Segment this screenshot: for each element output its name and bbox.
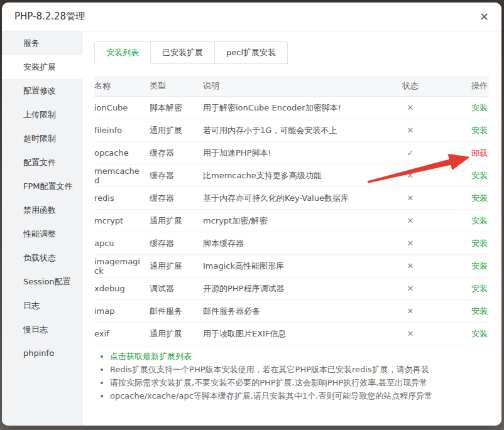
extension-type: 调试器 bbox=[150, 283, 203, 294]
install-button[interactable]: 安装 bbox=[471, 306, 488, 316]
table-row: memcached缓存器比memcache支持更多高级功能✕安装 bbox=[94, 164, 489, 187]
not-installed-x-icon: ✕ bbox=[407, 126, 414, 135]
table-row: imagemagick通用扩展Imagick高性能图形库✕安装 bbox=[94, 255, 489, 277]
table-row: exif通用扩展用于读取图片EXIF信息✕安装 bbox=[94, 323, 489, 345]
tab[interactable]: 已安装扩展 bbox=[151, 41, 215, 64]
installed-check-icon: ✓ bbox=[407, 148, 414, 158]
sidebar: 服务安装扩展配置修改上传限制超时限制配置文件FPM配置文件禁用函数性能调整负载状… bbox=[2, 31, 83, 426]
content-area: 安装列表已安装扩展pecl扩展安装 名称 类型 说明 状态 操作 ionCube… bbox=[83, 31, 501, 426]
install-button[interactable]: 安装 bbox=[471, 126, 488, 135]
extension-type: 缓存器 bbox=[150, 238, 203, 249]
table-row: xdebug调试器开源的PHP程序调试器✕安装 bbox=[94, 277, 489, 300]
extension-description: 用于读取图片EXIF信息 bbox=[203, 328, 373, 340]
extension-name: imap bbox=[94, 306, 150, 316]
not-installed-x-icon: ✕ bbox=[407, 171, 414, 180]
install-button[interactable]: 安装 bbox=[471, 193, 488, 203]
extension-type: 邮件服务 bbox=[150, 306, 203, 317]
extension-type: 通用扩展 bbox=[150, 328, 203, 340]
note-item: opcache/xcache/apc等脚本缓存扩展,请只安装其中1个,否则可能导… bbox=[110, 389, 489, 402]
sidebar-item[interactable]: 日志 bbox=[2, 294, 83, 318]
sidebar-item[interactable]: 安装扩展 bbox=[2, 55, 83, 79]
sidebar-item[interactable]: 禁用函数 bbox=[2, 198, 83, 222]
extension-name: ionCube bbox=[94, 103, 150, 112]
sidebar-item[interactable]: 上传限制 bbox=[2, 103, 83, 127]
extension-description: 比memcache支持更多高级功能 bbox=[203, 170, 373, 181]
refresh-extension-list-link[interactable]: 点击获取最新扩展列表 bbox=[110, 350, 489, 363]
install-button[interactable]: 安装 bbox=[471, 284, 488, 293]
table-header-row: 名称 类型 说明 状态 操作 bbox=[94, 76, 489, 97]
extension-type: 通用扩展 bbox=[150, 261, 203, 272]
sidebar-item[interactable]: 负载状态 bbox=[2, 246, 83, 270]
extension-type: 缓存器 bbox=[150, 193, 203, 204]
extension-name: exif bbox=[94, 329, 150, 338]
notes-list: 点击获取最新扩展列表Redis扩展仅支持一个PHP版本安装使用，若在其它PHP版… bbox=[94, 350, 489, 402]
extension-name: xdebug bbox=[94, 284, 150, 293]
table-body: ionCube脚本解密用于解密ionCube Encoder加密脚本!✕安装fi… bbox=[94, 97, 489, 345]
column-header-status: 状态 bbox=[373, 80, 447, 92]
extension-description: 用于解密ionCube Encoder加密脚本! bbox=[203, 102, 373, 114]
extension-description: 用于加速PHP脚本! bbox=[203, 148, 373, 159]
extension-name: opcache bbox=[94, 148, 150, 158]
extension-name: imagemagick bbox=[94, 257, 150, 276]
sidebar-item[interactable]: 性能调整 bbox=[2, 222, 83, 246]
extension-type: 通用扩展 bbox=[150, 215, 203, 227]
column-header-type: 类型 bbox=[150, 80, 203, 92]
sidebar-item[interactable]: 配置文件 bbox=[2, 151, 83, 175]
column-header-action: 操作 bbox=[447, 80, 489, 92]
install-button[interactable]: 安装 bbox=[471, 329, 488, 338]
extension-type: 缓存器 bbox=[150, 170, 203, 181]
table-row: ionCube脚本解密用于解密ionCube Encoder加密脚本!✕安装 bbox=[94, 97, 489, 119]
sidebar-item[interactable]: 配置修改 bbox=[2, 79, 83, 103]
install-button[interactable]: 安装 bbox=[471, 216, 488, 225]
status-cell: ✕ bbox=[373, 239, 447, 248]
action-cell: 安装 bbox=[447, 193, 489, 204]
table-row: redis缓存器基于内存亦可持久化的Key-Value数据库✕安装 bbox=[94, 187, 489, 210]
install-button[interactable]: 安装 bbox=[471, 261, 488, 271]
table-row: opcache缓存器用于加速PHP脚本!✓卸载 bbox=[94, 142, 489, 164]
not-installed-x-icon: ✕ bbox=[407, 103, 414, 112]
status-cell: ✕ bbox=[373, 329, 447, 338]
not-installed-x-icon: ✕ bbox=[407, 261, 414, 271]
dialog-titlebar: PHP-8.2.28管理 ✕ bbox=[2, 3, 501, 31]
php-manage-dialog: PHP-8.2.28管理 ✕ 服务安装扩展配置修改上传限制超时限制配置文件FPM… bbox=[2, 3, 501, 426]
action-cell: 安装 bbox=[447, 283, 489, 294]
extension-name: mcrypt bbox=[94, 216, 150, 225]
dialog-body: 服务安装扩展配置修改上传限制超时限制配置文件FPM配置文件禁用函数性能调整负载状… bbox=[2, 31, 501, 426]
status-cell: ✕ bbox=[373, 103, 447, 112]
status-cell: ✕ bbox=[373, 261, 447, 271]
action-cell: 安装 bbox=[447, 306, 489, 317]
extension-description: mcrypt加密/解密 bbox=[203, 215, 373, 227]
install-button[interactable]: 安装 bbox=[471, 171, 488, 180]
action-cell: 卸载 bbox=[447, 148, 489, 159]
status-cell: ✕ bbox=[373, 306, 447, 316]
table-row: imap邮件服务邮件服务器必备✕安装 bbox=[94, 300, 489, 323]
not-installed-x-icon: ✕ bbox=[407, 239, 414, 248]
sidebar-item[interactable]: Session配置 bbox=[2, 270, 83, 294]
extension-type: 通用扩展 bbox=[150, 125, 203, 136]
action-cell: 安装 bbox=[447, 125, 489, 136]
sidebar-item[interactable]: phpinfo bbox=[2, 341, 83, 365]
tab[interactable]: 安装列表 bbox=[94, 41, 151, 64]
extension-description: 若可用内存小于1G，可能会安装不上 bbox=[203, 125, 373, 136]
status-cell: ✕ bbox=[373, 126, 447, 135]
close-icon[interactable]: ✕ bbox=[479, 11, 489, 23]
install-button[interactable]: 安装 bbox=[471, 103, 488, 112]
column-header-desc: 说明 bbox=[203, 80, 373, 92]
uninstall-button[interactable]: 卸载 bbox=[471, 148, 488, 158]
tab[interactable]: pecl扩展安装 bbox=[215, 41, 288, 64]
extension-name: memcached bbox=[94, 166, 150, 185]
sidebar-item[interactable]: 服务 bbox=[2, 31, 83, 55]
install-button[interactable]: 安装 bbox=[471, 239, 488, 248]
not-installed-x-icon: ✕ bbox=[407, 193, 414, 203]
sidebar-item[interactable]: 超时限制 bbox=[2, 127, 83, 151]
tab-bar: 安装列表已安装扩展pecl扩展安装 bbox=[94, 41, 489, 64]
not-installed-x-icon: ✕ bbox=[407, 284, 414, 293]
sidebar-item[interactable]: 慢日志 bbox=[2, 318, 83, 341]
action-cell: 安装 bbox=[447, 215, 489, 227]
action-cell: 安装 bbox=[447, 238, 489, 249]
action-cell: 安装 bbox=[447, 102, 489, 114]
action-cell: 安装 bbox=[447, 261, 489, 272]
action-cell: 安装 bbox=[447, 170, 489, 181]
sidebar-item[interactable]: FPM配置文件 bbox=[2, 175, 83, 198]
extension-name: fileinfo bbox=[94, 126, 150, 135]
